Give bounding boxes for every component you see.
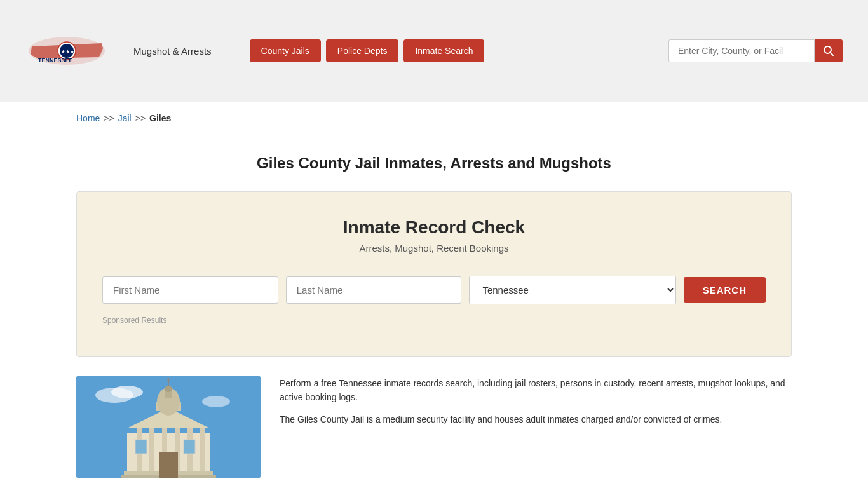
svg-text:★★★: ★★★ [61,49,74,55]
content-paragraph-2: The Giles County Jail is a medium securi… [280,412,792,426]
sponsored-label: Sponsored Results [102,316,766,325]
page-title: Giles County Jail Inmates, Arrests and M… [76,154,792,172]
mugshot-arrests-link[interactable]: Mugshot & Arrests [133,46,212,57]
inmate-search-button[interactable]: Inmate Search [403,39,484,62]
record-check-title: Inmate Record Check [102,217,766,238]
main-content: Giles County Jail Inmates, Arrests and M… [0,135,868,488]
first-name-input[interactable] [102,276,278,304]
breadcrumb: Home >> Jail >> Giles [76,113,792,123]
header-search-button[interactable] [815,39,843,62]
police-depts-button[interactable]: Police Depts [326,39,399,62]
logo-icon: ★★★ TENNESSEE [25,30,108,72]
breadcrumb-home[interactable]: Home [76,113,100,123]
jail-image [76,376,261,478]
last-name-input[interactable] [286,276,462,304]
logo[interactable]: ★★★ TENNESSEE [25,30,108,72]
county-jails-button[interactable]: County Jails [250,39,321,62]
inmate-search-submit[interactable]: SEARCH [684,277,766,303]
svg-rect-29 [135,440,147,454]
breadcrumb-current: Giles [149,113,171,123]
svg-rect-28 [159,452,178,468]
bottom-content: Perform a free Tennessee inmate records … [76,376,792,478]
nav-buttons: County Jails Police Depts Inmate Search [250,39,485,62]
svg-point-24 [165,386,172,392]
inmate-search-form: AlabamaAlaskaArizonaArkansasCaliforniaCo… [102,276,766,304]
breadcrumb-sep-1: >> [104,113,114,123]
content-paragraph-1: Perform a free Tennessee inmate records … [280,376,792,405]
svg-rect-13 [149,427,154,478]
search-icon [823,45,834,57]
header-search-input[interactable] [668,39,815,62]
breadcrumb-jail[interactable]: Jail [118,113,132,123]
record-check-subtitle: Arrests, Mugshot, Recent Bookings [102,243,766,254]
record-check-box: Inmate Record Check Arrests, Mugshot, Re… [76,191,792,357]
content-text: Perform a free Tennessee inmate records … [280,376,792,434]
svg-text:TENNESSEE: TENNESSEE [38,57,73,64]
svg-rect-17 [200,427,205,478]
svg-point-9 [111,386,143,398]
svg-point-26 [167,378,170,381]
breadcrumb-sep-2: >> [135,113,146,123]
state-select[interactable]: AlabamaAlaskaArizonaArkansasCaliforniaCo… [469,276,675,304]
breadcrumb-bar: Home >> Jail >> Giles [0,102,868,135]
site-header: ★★★ TENNESSEE Mugshot & Arrests County J… [0,0,868,102]
jail-building-illustration [76,376,261,478]
svg-point-10 [202,396,230,407]
header-search [668,39,843,62]
svg-line-6 [831,53,834,56]
svg-rect-30 [184,440,195,454]
